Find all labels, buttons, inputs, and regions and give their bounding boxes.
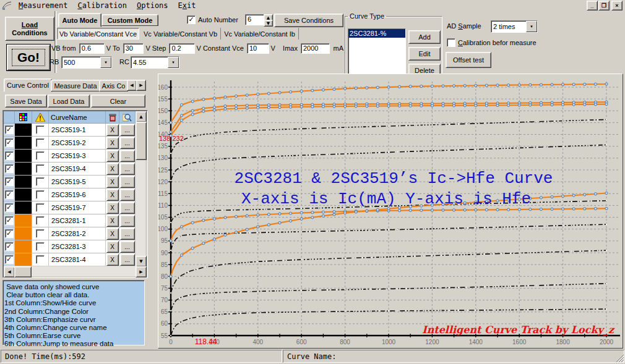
row-select-header[interactable] bbox=[4, 111, 15, 124]
emphasize-checkbox[interactable] bbox=[36, 190, 45, 199]
menu-calibration[interactable]: Calibration bbox=[72, 1, 131, 11]
jump-header[interactable] bbox=[119, 111, 136, 124]
show-hide-checkbox[interactable]: ✓ bbox=[5, 216, 14, 225]
rc-dropdown-icon[interactable]: ▼ bbox=[168, 57, 179, 68]
curve-name-cell[interactable]: 2SC3519-6 bbox=[49, 188, 106, 201]
ad-sample-dropdown-icon[interactable]: ▼ bbox=[526, 21, 537, 32]
emphasize-checkbox[interactable] bbox=[36, 255, 45, 264]
save-conditions-button[interactable]: Save Conditions bbox=[274, 14, 343, 27]
rb-combobox[interactable]: 500 ▼ bbox=[61, 56, 112, 69]
erase-curve-button[interactable]: X bbox=[106, 163, 119, 175]
tab-auto-mode[interactable]: Auto Mode bbox=[58, 13, 101, 27]
auto-number-checkbox[interactable]: ✓ bbox=[187, 15, 196, 24]
resize-grip-icon[interactable] bbox=[616, 355, 624, 363]
show-hide-checkbox[interactable]: ✓ bbox=[5, 203, 14, 212]
show-hide-checkbox[interactable]: ✓ bbox=[5, 164, 14, 173]
curve-name-cell[interactable]: 2SC3519-5 bbox=[49, 176, 106, 188]
emphasize-checkbox[interactable] bbox=[36, 164, 45, 173]
param-input[interactable]: 30 bbox=[123, 43, 144, 54]
show-hide-checkbox[interactable]: ✓ bbox=[5, 125, 14, 134]
curve-name-cell[interactable]: 2SC3519-2 bbox=[49, 137, 106, 150]
jump-to-data-button[interactable]: ... bbox=[120, 137, 135, 149]
menu-exit[interactable]: Exit bbox=[173, 1, 201, 11]
tab-measure-data[interactable]: Measure Data bbox=[51, 80, 100, 91]
jump-to-data-button[interactable]: ... bbox=[120, 150, 135, 162]
curve-type-edit-button[interactable]: Edit bbox=[408, 47, 441, 61]
curve-type-add-button[interactable]: Add bbox=[408, 30, 441, 44]
color-swatch[interactable] bbox=[15, 201, 32, 214]
param-input[interactable]: 0.2 bbox=[169, 43, 194, 54]
auto-number-input[interactable]: 6 bbox=[245, 14, 265, 25]
erase-curve-button[interactable]: X bbox=[106, 228, 119, 240]
jump-to-data-button[interactable]: ... bbox=[120, 241, 135, 253]
curve-name-cell[interactable]: 2SC3519-1 bbox=[49, 124, 106, 137]
show-hide-checkbox[interactable]: ✓ bbox=[5, 242, 14, 251]
curve-type-selected-item[interactable]: 2SC3281-% bbox=[348, 29, 405, 38]
table-vscrollbar[interactable]: ▲ ▼ bbox=[136, 111, 145, 266]
emphasize-checkbox[interactable] bbox=[36, 242, 45, 251]
table-hscrollbar[interactable]: ◀ ▶ bbox=[4, 266, 145, 276]
scroll-down-icon[interactable]: ▼ bbox=[136, 256, 147, 267]
emphasize-checkbox[interactable] bbox=[36, 177, 45, 186]
jump-to-data-button[interactable]: ... bbox=[120, 254, 135, 266]
tab-vc-variable-constant-vb[interactable]: Vc Variable/Constant Vb bbox=[140, 28, 221, 40]
jump-to-data-button[interactable]: ... bbox=[120, 124, 135, 136]
color-header[interactable] bbox=[15, 111, 32, 124]
restore-button[interactable]: ❐ bbox=[598, 1, 610, 11]
save-data-button[interactable]: Save Data bbox=[5, 95, 47, 108]
scroll-left-icon[interactable]: ◀ bbox=[4, 266, 15, 277]
vscroll-thumb[interactable] bbox=[136, 122, 147, 160]
erase-curve-button[interactable]: X bbox=[106, 124, 119, 136]
erase-curve-button[interactable]: X bbox=[106, 254, 119, 266]
erase-curve-button[interactable]: X bbox=[106, 189, 119, 201]
show-hide-checkbox[interactable]: ✓ bbox=[5, 229, 14, 238]
emphasize-checkbox[interactable] bbox=[36, 229, 45, 238]
load-conditions-button[interactable]: Load Conditions bbox=[5, 17, 54, 41]
param-input[interactable]: 10 bbox=[247, 43, 269, 54]
color-swatch[interactable] bbox=[15, 124, 32, 137]
ad-sample-combobox[interactable]: 2 times ▼ bbox=[491, 20, 538, 33]
curve-name-cell[interactable]: 2SC3281-4 bbox=[49, 253, 106, 266]
color-swatch[interactable] bbox=[15, 137, 32, 150]
close-button[interactable]: × bbox=[611, 1, 623, 11]
curve-name-cell[interactable]: 2SC3281-2 bbox=[49, 227, 106, 240]
calibration-checkbox[interactable] bbox=[447, 38, 455, 47]
show-hide-checkbox[interactable]: ✓ bbox=[5, 255, 14, 264]
tab-custom-mode[interactable]: Custom Mode bbox=[101, 14, 158, 26]
menu-options[interactable]: Options bbox=[132, 1, 173, 11]
emphasize-checkbox[interactable] bbox=[36, 216, 45, 225]
curve-name-cell[interactable]: 2SC3519-4 bbox=[49, 163, 106, 176]
show-hide-checkbox[interactable]: ✓ bbox=[5, 138, 14, 147]
tab-axis-co[interactable]: Axis Co bbox=[99, 80, 128, 91]
color-swatch[interactable] bbox=[15, 227, 32, 240]
go-button[interactable]: Go! bbox=[6, 44, 51, 71]
scroll-right-icon[interactable]: ▶ bbox=[136, 266, 147, 277]
scroll-up-icon[interactable]: ▲ bbox=[136, 111, 147, 122]
load-data-button[interactable]: Load Data bbox=[48, 95, 90, 108]
color-swatch[interactable] bbox=[15, 150, 32, 163]
show-hide-checkbox[interactable]: ✓ bbox=[5, 151, 14, 160]
curve-name-cell[interactable]: 2SC3519-3 bbox=[49, 150, 106, 163]
jump-to-data-button[interactable]: ... bbox=[120, 202, 135, 214]
emphasize-checkbox[interactable] bbox=[36, 138, 45, 147]
emphasize-checkbox[interactable] bbox=[36, 125, 45, 134]
curve-name-cell[interactable]: 2SC3281-3 bbox=[49, 240, 106, 253]
erase-header[interactable] bbox=[106, 111, 119, 124]
tab-scroll-left-icon[interactable]: ◀ bbox=[127, 80, 137, 91]
curve-name-cell[interactable]: 2SC3519-7 bbox=[49, 201, 106, 214]
color-swatch[interactable] bbox=[15, 240, 32, 253]
erase-curve-button[interactable]: X bbox=[106, 137, 119, 149]
emphasize-checkbox[interactable] bbox=[36, 151, 45, 160]
erase-curve-button[interactable]: X bbox=[106, 150, 119, 162]
hfe-chart[interactable]: 5560657075808590951001051101151201251301… bbox=[158, 74, 623, 348]
menu-measurement[interactable]: Measurement bbox=[14, 1, 72, 11]
minimize-button[interactable]: _ bbox=[587, 1, 598, 11]
auto-number-down-icon[interactable]: ▼ bbox=[264, 20, 273, 27]
show-hide-checkbox[interactable]: ✓ bbox=[5, 177, 14, 186]
color-swatch[interactable] bbox=[15, 253, 32, 266]
erase-curve-button[interactable]: X bbox=[106, 176, 119, 188]
tab-vb-variable-constant-vce[interactable]: Vb Variable/Constant Vce bbox=[57, 28, 139, 40]
show-hide-checkbox[interactable]: ✓ bbox=[5, 190, 14, 199]
color-swatch[interactable] bbox=[15, 163, 32, 176]
hscroll-thumb[interactable] bbox=[14, 266, 32, 277]
